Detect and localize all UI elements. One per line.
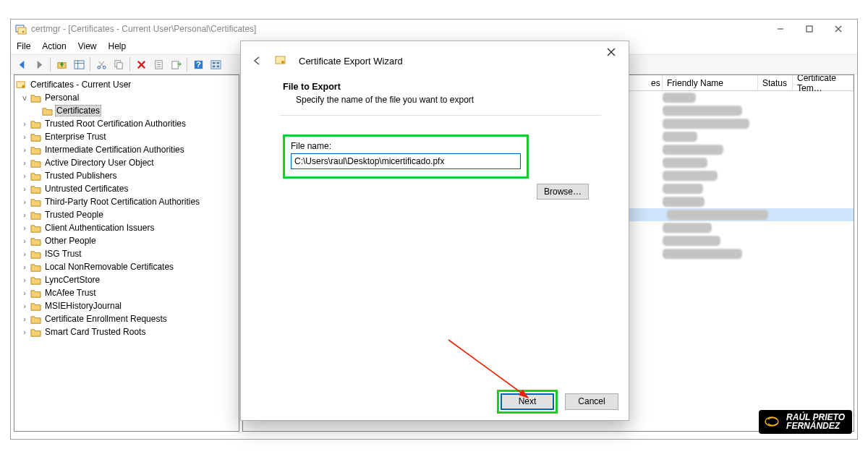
tree-item[interactable]: ›ISG Trust: [16, 247, 237, 260]
folder-icon: [30, 132, 41, 142]
svg-text:?: ?: [196, 60, 201, 69]
svg-rect-16: [116, 62, 122, 68]
folder-icon: [30, 315, 41, 324]
folder-icon: [30, 328, 41, 337]
up-folder-icon[interactable]: [54, 56, 69, 72]
cut-icon[interactable]: [93, 56, 109, 72]
folder-icon: [42, 106, 53, 116]
svg-rect-1: [18, 27, 26, 34]
wizard-body: File to Export Specify the name of the f…: [241, 77, 629, 383]
show-hide-tree-icon[interactable]: [71, 56, 87, 72]
browse-button[interactable]: Browse…: [537, 184, 589, 200]
svg-point-2: [22, 31, 25, 33]
maximize-button[interactable]: [795, 21, 824, 37]
tree-item[interactable]: ›Smart Card Trusted Roots: [16, 325, 237, 338]
tree-item[interactable]: ›McAfee Trust: [16, 286, 237, 299]
column-partial-es[interactable]: es: [647, 75, 663, 90]
folder-icon: [30, 171, 41, 181]
folder-icon: [30, 158, 41, 168]
treeview[interactable]: Certificates - Current User v Personal C…: [14, 74, 239, 432]
tree-item[interactable]: ›Trusted Publishers: [16, 169, 237, 182]
menu-view[interactable]: View: [78, 41, 97, 51]
menu-file[interactable]: File: [17, 41, 30, 51]
svg-rect-23: [171, 61, 177, 68]
wizard-header: Certificate Export Wizard: [241, 41, 629, 77]
author-watermark: RAÚL PRIETO FERNÁNDEZ: [759, 410, 852, 434]
folder-icon: [30, 145, 41, 155]
wizard-subheading: Specify the name of the file you want to…: [296, 95, 601, 105]
svg-rect-26: [210, 60, 220, 68]
column-status[interactable]: Status: [758, 75, 793, 90]
properties-icon[interactable]: [150, 56, 166, 72]
file-name-input[interactable]: [291, 153, 521, 169]
window-title: certmgr - [Certificates - Current User\P…: [31, 24, 766, 34]
tree-item[interactable]: ›Other People: [16, 234, 237, 247]
folder-icon: [30, 210, 41, 220]
menu-action[interactable]: Action: [42, 41, 66, 51]
folder-icon: [30, 302, 41, 311]
folder-icon: [30, 197, 41, 207]
copy-icon[interactable]: [111, 56, 127, 72]
tree-item[interactable]: ›Third-Party Root Certification Authorit…: [16, 195, 237, 208]
next-button-highlight: Next: [497, 390, 558, 414]
wizard-footer: Next Cancel: [241, 383, 629, 420]
svg-rect-27: [212, 61, 215, 64]
close-button[interactable]: [824, 21, 853, 37]
tree-item[interactable]: ›Untrusted Certificates: [16, 182, 237, 195]
delete-icon[interactable]: [133, 56, 149, 72]
svg-point-32: [22, 85, 25, 87]
folder-icon: [30, 289, 41, 298]
window-control-buttons: [766, 21, 853, 37]
tree-item[interactable]: ›Local NonRemovable Certificates: [16, 260, 237, 273]
folder-icon: [30, 93, 41, 103]
wizard-close-button[interactable]: [598, 44, 624, 60]
svg-point-64: [281, 61, 284, 64]
forward-icon[interactable]: [31, 56, 47, 72]
tree-item[interactable]: ›Enterprise Trust: [16, 130, 237, 143]
tree-certificates[interactable]: Certificates: [16, 104, 237, 117]
tree-item[interactable]: ›Trusted People: [16, 208, 237, 221]
folder-icon: [30, 236, 41, 246]
folder-icon: [30, 119, 41, 129]
menu-help[interactable]: Help: [109, 41, 127, 51]
back-icon[interactable]: [14, 56, 30, 72]
cancel-button[interactable]: Cancel: [565, 393, 618, 410]
certificates-root-icon: [16, 80, 27, 90]
tree-item[interactable]: ›Client Authentication Issuers: [16, 221, 237, 234]
svg-rect-28: [216, 61, 219, 64]
tree-item[interactable]: ›Active Directory User Object: [16, 156, 237, 169]
tree-personal[interactable]: v Personal: [16, 91, 237, 104]
tree-item[interactable]: ›MSIEHistoryJournal: [16, 299, 237, 312]
svg-rect-4: [807, 26, 812, 32]
svg-rect-30: [216, 65, 219, 67]
certificate-export-wizard: Certificate Export Wizard File to Export…: [240, 40, 629, 421]
svg-rect-29: [212, 65, 215, 67]
wizard-back-button[interactable]: [252, 56, 263, 66]
certmgr-icon: [15, 23, 27, 35]
certificate-icon: [274, 54, 287, 67]
next-button[interactable]: Next: [501, 393, 554, 410]
folder-icon: [30, 184, 41, 194]
file-name-label: File name:: [291, 141, 521, 151]
wizard-heading: File to Export: [283, 82, 601, 92]
tree-item[interactable]: ›LyncCertStore: [16, 273, 237, 286]
help-icon[interactable]: ?: [190, 56, 206, 72]
titlebar: certmgr - [Certificates - Current User\P…: [11, 20, 857, 38]
column-friendly-name[interactable]: Friendly Name: [663, 75, 758, 90]
folder-icon: [30, 249, 41, 259]
minimize-button[interactable]: [766, 21, 795, 37]
folder-icon: [30, 275, 41, 285]
tree-item[interactable]: ›Trusted Root Certification Authorities: [16, 117, 237, 130]
tree-root[interactable]: Certificates - Current User: [16, 78, 237, 91]
export-icon[interactable]: [168, 56, 184, 72]
column-certificate-template[interactable]: Certificate Tem…: [793, 75, 854, 90]
svg-rect-8: [74, 60, 83, 68]
tree-item[interactable]: ›Intermediate Certification Authorities: [16, 143, 237, 156]
file-name-group-highlight: File name:: [283, 134, 529, 179]
wizard-title: Certificate Export Wizard: [299, 56, 403, 67]
folder-icon: [30, 223, 41, 233]
refresh-icon[interactable]: [208, 56, 224, 72]
folder-icon: [30, 262, 41, 272]
tree-item[interactable]: ›Certificate Enrollment Requests: [16, 312, 237, 325]
